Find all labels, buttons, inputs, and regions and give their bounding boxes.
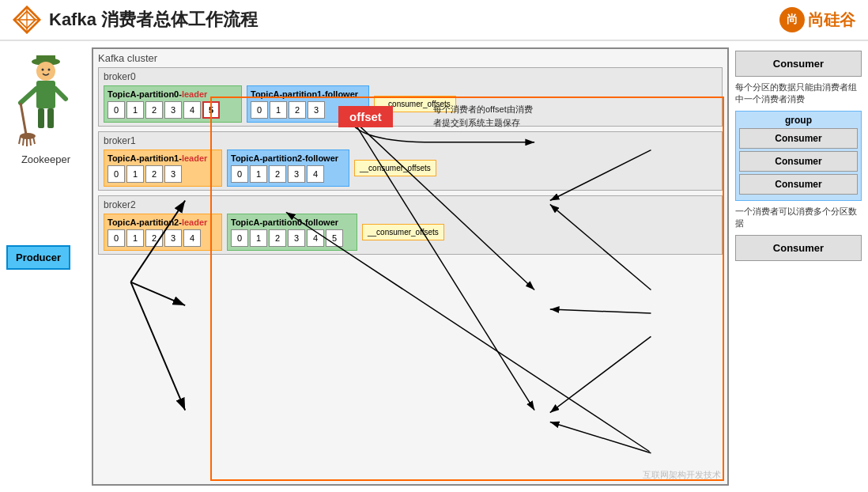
cell: 0: [231, 165, 248, 183]
main-content: Zookeeper Kafka cluster broker0 TopicA-p…: [0, 41, 868, 492]
cell: 0: [108, 165, 125, 183]
producer-box: Producer: [6, 245, 70, 270]
cell: 2: [269, 165, 286, 183]
broker2-inner: TopicA-partition2-leader 0 1 2 3 4 Topic…: [104, 214, 717, 251]
brand-text: 尚硅谷: [808, 9, 855, 31]
cell: 3: [164, 165, 182, 183]
broker1-title: broker1: [104, 135, 717, 146]
cell: 4: [307, 165, 324, 183]
cell: 2: [145, 229, 163, 247]
zookeeper-label: Zookeeper: [21, 153, 70, 165]
kafka-cluster-title: Kafka cluster: [98, 52, 723, 64]
cell: 1: [250, 229, 267, 247]
broker2-title: broker2: [104, 199, 717, 210]
note1: 每个分区的数据只能由消费者组中一个消费者消费: [735, 81, 862, 106]
partition-title-1: TopicA-partition1-leader: [108, 153, 218, 163]
consumer-single-bottom: Consumer: [735, 235, 862, 261]
page-title: Kafka 消费者总体工作流程: [49, 8, 258, 32]
cell: 3: [288, 229, 305, 247]
broker1: broker1 TopicA-partition1-leader 0 1 2 3: [98, 131, 723, 191]
group-box: group Consumer Consumer Consumer: [735, 111, 862, 201]
partition-title-0: TopicA-partition0-leader: [108, 89, 238, 99]
svg-line-29: [550, 336, 651, 412]
svg-line-28: [550, 309, 651, 313]
cells-2: 0 1 2 3 4: [108, 229, 218, 247]
cell: 0: [251, 101, 268, 119]
cell: 4: [307, 229, 324, 247]
partition-title-f0: TopicA-partition0-follower: [231, 218, 353, 227]
cell: 3: [164, 101, 182, 119]
kafka-cluster: Kafka cluster broker0 TopicA-partition0-…: [92, 47, 729, 486]
svg-rect-10: [38, 108, 44, 128]
partition-follower-2-broker1: TopicA-partition2-follower 0 1 2 3 4: [227, 149, 349, 187]
cells-1: 0 1 2 3: [108, 165, 218, 183]
partition-leader-0-broker0: TopicA-partition0-leader 0 1 2 3 4 5: [104, 85, 242, 123]
svg-line-24: [130, 282, 185, 305]
svg-point-7: [42, 69, 44, 71]
consumer-item-1: Consumer: [739, 128, 858, 149]
cell: 0: [108, 229, 125, 247]
brand-icon: 尚: [779, 7, 805, 32]
partition-title-f2: TopicA-partition2-follower: [231, 153, 345, 163]
group-title: group: [739, 115, 858, 126]
partition-follower-0-broker2: TopicA-partition0-follower 0 1 2 3 4 5: [227, 214, 357, 251]
consumer-single-top: Consumer: [735, 51, 862, 77]
cell: 4: [183, 101, 201, 119]
cell-highlighted: 5: [202, 101, 220, 119]
partition-leader-2-broker2: TopicA-partition2-leader 0 1 2 3 4: [104, 214, 222, 251]
cells-f2: 0 1 2 3 4: [231, 165, 345, 183]
zookeeper-figure: [14, 47, 77, 150]
svg-point-6: [36, 62, 55, 81]
cell: 2: [145, 165, 163, 183]
cells-f0: 0 1 2 3 4 5: [231, 229, 353, 247]
consumer-item-3: Consumer: [739, 174, 858, 195]
header: Kafka 消费者总体工作流程 尚 尚硅谷: [0, 0, 868, 41]
brand-logo: 尚 尚硅谷: [779, 7, 855, 32]
cell: 0: [108, 101, 125, 119]
cell: 1: [250, 165, 267, 183]
cell: 3: [288, 165, 305, 183]
cell: 3: [308, 101, 325, 119]
consumer-item-2: Consumer: [739, 151, 858, 172]
svg-rect-11: [47, 108, 54, 128]
broker0-inner: TopicA-partition0-leader 0 1 2 3 4 5 Top…: [104, 85, 717, 123]
header-left: Kafka 消费者总体工作流程: [13, 6, 258, 34]
cell: 1: [126, 101, 144, 119]
broker0-title: broker0: [104, 71, 717, 82]
cell: 5: [326, 229, 343, 247]
consumer-offsets-2: __consumer_offsets: [362, 224, 444, 240]
offset-label-box: offset: [338, 106, 393, 127]
cell: 1: [126, 229, 144, 247]
svg-line-20: [33, 137, 35, 144]
broker1-inner: TopicA-partition1-leader 0 1 2 3 TopicA-…: [104, 149, 717, 187]
svg-line-25: [130, 282, 185, 411]
annotation-line2: 者提交到系统主题保存: [433, 118, 520, 127]
annotation-box: 每个消费者的offset由消费 者提交到系统主题保存: [433, 103, 533, 129]
note2: 一个消费者可以消费多个分区数据: [735, 206, 862, 230]
svg-line-13: [55, 89, 66, 99]
cell: 1: [270, 101, 287, 119]
svg-rect-9: [36, 81, 55, 108]
partition-leader-1-broker1: TopicA-partition1-leader 0 1 2 3: [104, 149, 222, 187]
watermark: 互联网架构开发技术: [643, 469, 721, 481]
svg-line-17: [23, 138, 24, 146]
annotation-line1: 每个消费者的offset由消费: [433, 104, 533, 114]
logo-icon: [13, 6, 41, 34]
right-panel: Consumer 每个分区的数据只能由消费者组中一个消费者消费 group Co…: [735, 47, 862, 486]
cell: 3: [164, 229, 182, 247]
cell: 2: [289, 101, 306, 119]
cells-0: 0 1 2 3 4 5: [108, 101, 238, 119]
consumer-offsets-1: __consumer_offsets: [354, 160, 436, 176]
svg-line-30: [550, 422, 651, 452]
partition-title-f1: TopicA-partition1-follower: [251, 89, 365, 99]
svg-line-14: [21, 103, 26, 134]
cell: 0: [231, 229, 248, 247]
partition-title-2: TopicA-partition2-leader: [108, 218, 218, 227]
cell: 2: [145, 101, 163, 119]
broker0: broker0 TopicA-partition0-leader 0 1 2 3…: [98, 67, 723, 127]
cell: 2: [269, 229, 286, 247]
broker2: broker2 TopicA-partition2-leader 0 1 2 3…: [98, 195, 723, 255]
svg-line-16: [19, 136, 21, 144]
cell: 1: [126, 165, 144, 183]
cell: 4: [183, 229, 201, 247]
